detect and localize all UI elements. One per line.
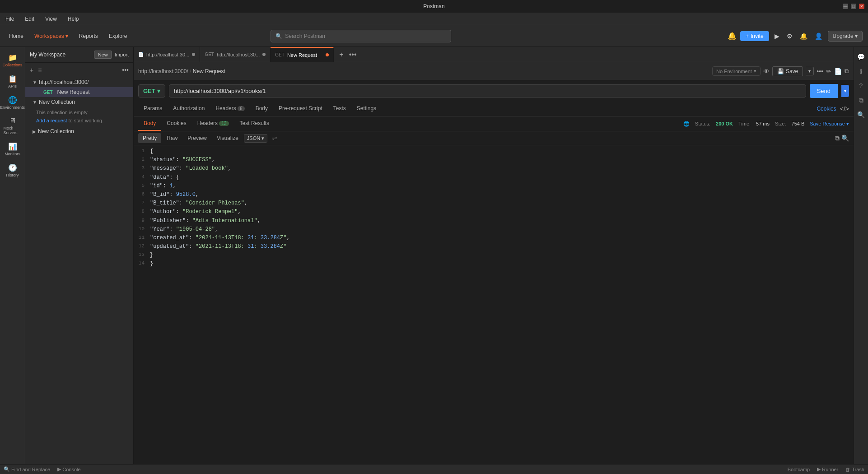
right-help-icon[interactable]: ?	[855, 79, 868, 92]
line-number-12: 12	[134, 242, 150, 251]
right-comments-icon[interactable]: 💬	[855, 51, 868, 63]
account-icon-btn[interactable]: 👤	[813, 31, 824, 42]
bootcamp-btn[interactable]: Bootcamp	[788, 467, 810, 472]
fmt-preview[interactable]: Preview	[183, 133, 211, 143]
json-selector[interactable]: JSON ▾	[244, 134, 267, 143]
collection-1-expand-icon[interactable]: ▼	[33, 80, 37, 85]
env-selector[interactable]: No Environment ▾	[712, 66, 761, 76]
maximize-btn[interactable]: □	[851, 4, 856, 9]
collection-3-expand-icon[interactable]: ▶	[33, 129, 36, 134]
right-copy-icon[interactable]: ⧉	[855, 94, 868, 107]
invite-icon: +	[746, 33, 749, 39]
find-replace-btn[interactable]: 🔍 Find and Replace	[4, 466, 50, 472]
minimize-btn[interactable]: —	[843, 4, 848, 9]
add-collection-btn[interactable]: +	[29, 65, 34, 74]
right-info-icon[interactable]: ℹ	[855, 65, 868, 78]
sidebar-item-environments[interactable]: 🌐 Environments	[2, 93, 23, 112]
req-tab-params[interactable]: Params	[138, 102, 168, 116]
line-content-12: "updated_at": "2021-11-13T18: 31: 33.284…	[150, 242, 295, 251]
import-button[interactable]: Import	[115, 52, 129, 57]
line-wrap-icon[interactable]: ⇌	[272, 135, 277, 142]
trash-btn[interactable]: 🗑 Trash	[845, 467, 864, 472]
window-controls[interactable]: — □ ✕	[843, 4, 864, 9]
upgrade-button[interactable]: Upgrade ▾	[828, 31, 863, 42]
line-content-9: "Publisher": "Adis International",	[150, 217, 270, 225]
request-item-new-request[interactable]: GET New Request	[25, 87, 133, 97]
copy-response-btn[interactable]: ⧉	[835, 135, 840, 142]
nav-explore[interactable]: Explore	[105, 31, 131, 41]
top-nav: Home Workspaces ▾ Reports Explore 🔍 Sear…	[0, 25, 868, 47]
sidebar-item-history[interactable]: 🕐 History	[2, 161, 23, 180]
tab-1[interactable]: GET http://localhost:30...	[200, 47, 271, 62]
nav-reports[interactable]: Reports	[75, 31, 102, 41]
sidebar-item-apis[interactable]: 📋 APIs	[2, 72, 23, 91]
runner-icon-btn[interactable]: ▶	[773, 31, 781, 42]
sidebar-item-collections[interactable]: 📁 Collections	[2, 51, 23, 70]
tab-2[interactable]: GET New Request	[271, 47, 334, 62]
menu-file[interactable]: File	[4, 15, 16, 23]
response-area: Body Cookies Headers 13 Test Results 🌐 S…	[134, 116, 854, 464]
fmt-visualize[interactable]: Visualize	[212, 133, 243, 143]
method-select[interactable]: GET ▾	[138, 84, 165, 98]
apis-icon: 📋	[8, 74, 17, 83]
nav-workspaces[interactable]: Workspaces ▾	[31, 31, 72, 41]
send-dropdown-btn[interactable]: ▾	[841, 85, 849, 97]
collection-3-header[interactable]: ▶ New Collection	[25, 126, 133, 136]
search-response-btn[interactable]: 🔍	[841, 135, 849, 142]
collection-2-header[interactable]: ▼ New Collection	[25, 97, 133, 107]
sort-btn[interactable]: ≡	[37, 65, 42, 74]
tab-0[interactable]: 📄 http://localhost:30...	[134, 47, 200, 62]
notification-icon-btn[interactable]: 🔔	[798, 31, 809, 42]
more-addr-btn[interactable]: •••	[817, 68, 823, 75]
invite-button[interactable]: + Invite	[740, 31, 769, 41]
copy-btn[interactable]: ⧉	[845, 67, 849, 75]
line-number-9: 9	[134, 217, 150, 225]
nav-home[interactable]: Home	[5, 31, 27, 41]
search-bar[interactable]: 🔍 Search Postman	[271, 30, 451, 42]
code-toggle-icon[interactable]: </>	[840, 105, 849, 112]
menu-view[interactable]: View	[43, 15, 59, 23]
new-button[interactable]: New	[94, 51, 112, 59]
close-btn[interactable]: ✕	[859, 4, 864, 9]
req-tab-body[interactable]: Body	[250, 102, 273, 116]
req-tab-prescript[interactable]: Pre-request Script	[273, 102, 328, 116]
tab-1-dot	[262, 53, 266, 56]
resp-tab-headers[interactable]: Headers 13	[192, 116, 234, 131]
url-input[interactable]	[169, 84, 806, 98]
edit-name-btn[interactable]: ✏	[826, 68, 831, 75]
menu-edit[interactable]: Edit	[23, 15, 36, 23]
collection-2-expand-icon[interactable]: ▼	[33, 100, 37, 105]
collection-1-header[interactable]: ▼ http://localhost:3000/	[25, 77, 133, 87]
send-button[interactable]: Send	[810, 84, 838, 98]
tab-more-btn[interactable]: •••	[347, 50, 359, 60]
sidebar-item-mock-servers[interactable]: 🖥 Mock Servers	[2, 114, 23, 138]
runner-btn[interactable]: ▶ Runner	[817, 466, 838, 472]
app-title: Postman	[423, 3, 444, 9]
settings-icon-btn[interactable]: ⚙	[785, 31, 794, 42]
line-number-7: 7	[134, 199, 150, 207]
req-tab-headers[interactable]: Headers 6	[210, 102, 250, 116]
console-btn[interactable]: ▶ Console	[57, 466, 80, 472]
add-request-link[interactable]: Add a request	[36, 118, 67, 123]
add-tab-btn[interactable]: +	[337, 50, 345, 60]
save-response-btn[interactable]: Save Response ▾	[810, 121, 849, 127]
menu-help[interactable]: Help	[66, 15, 81, 23]
req-tab-auth[interactable]: Authorization	[168, 102, 210, 116]
req-tab-settings[interactable]: Settings	[351, 102, 382, 116]
docs-btn[interactable]: 📄	[834, 68, 842, 75]
fmt-pretty[interactable]: Pretty	[138, 133, 161, 143]
more-options-btn[interactable]: •••	[121, 65, 130, 74]
eye-btn[interactable]: 👁	[763, 68, 770, 75]
resp-tab-test-results[interactable]: Test Results	[234, 116, 275, 131]
cookies-link[interactable]: Cookies	[817, 106, 836, 112]
resp-tab-cookies[interactable]: Cookies	[161, 116, 191, 131]
resp-tab-body[interactable]: Body	[138, 116, 161, 131]
req-tab-tests[interactable]: Tests	[328, 102, 351, 116]
sidebar-item-monitors[interactable]: 📊 Monitors	[2, 139, 23, 159]
search-placeholder: Search Postman	[285, 33, 325, 39]
right-search-icon[interactable]: 🔍	[855, 108, 868, 121]
fmt-raw[interactable]: Raw	[162, 133, 182, 143]
save-button[interactable]: 💾 Runner Save	[772, 66, 803, 76]
tab-1-method: GET	[205, 52, 214, 57]
save-dropdown-btn[interactable]: ▾	[806, 67, 814, 75]
